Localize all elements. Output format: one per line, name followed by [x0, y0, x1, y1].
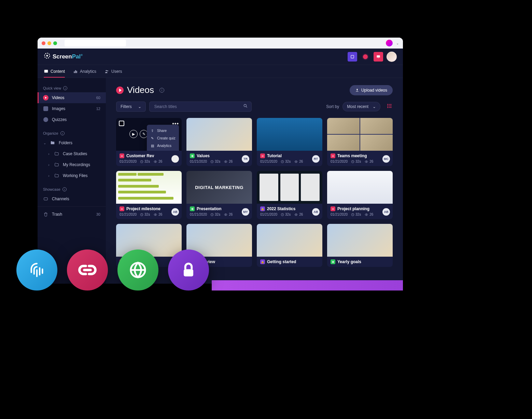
capture-icon[interactable] — [348, 52, 357, 62]
svg-rect-6 — [75, 70, 76, 73]
svg-rect-10 — [44, 198, 48, 200]
info-icon[interactable]: i — [159, 88, 164, 93]
sidebar-folder-my-recordings[interactable]: › My Recordings — [38, 159, 106, 170]
video-card[interactable]: 🔒2022 Statistics01/21/202032s26AB — [257, 171, 322, 219]
sidebar-folder-working-files[interactable]: › Working Files — [38, 170, 106, 181]
context-menu-item[interactable]: ▤Analytics — [147, 142, 179, 149]
video-thumbnail[interactable] — [257, 118, 322, 151]
video-thumbnail[interactable] — [116, 171, 182, 204]
card-meta: 01/21/202032s26 — [190, 213, 249, 216]
filters-label: Filters — [121, 104, 132, 109]
browser-profile-avatar[interactable] — [386, 40, 393, 46]
search-input[interactable] — [153, 102, 243, 111]
sidebar-item-folders[interactable]: ⌄ Folders — [38, 137, 106, 148]
owner-avatar: AB — [382, 208, 390, 216]
menu-item-icon: ⇪ — [150, 129, 154, 133]
filters-dropdown[interactable]: Filters ⌄ — [116, 102, 146, 112]
video-card[interactable]: ∞Teams meeting01/21/202032s26MC — [327, 118, 393, 166]
card-date: 01/21/2020 — [331, 213, 348, 216]
svg-rect-13 — [389, 104, 392, 105]
svg-point-23 — [296, 161, 297, 162]
window-max-dot[interactable] — [53, 41, 57, 45]
video-thumbnail[interactable] — [186, 118, 252, 151]
card-duration: 32s — [351, 160, 361, 163]
sidebar-item-images[interactable]: Images 12 — [38, 103, 106, 114]
video-thumbnail[interactable] — [257, 224, 322, 257]
context-menu: ⇪Share✎Create quiz▤Analytics▣MoveⓘInfo🗑D… — [147, 125, 179, 151]
svg-rect-3 — [377, 55, 380, 57]
menu-item-label: Create quiz — [157, 136, 176, 140]
sidebar-item-videos[interactable]: Videos 60 — [38, 92, 106, 103]
card-title-row: ∞Project milestone — [120, 206, 178, 211]
sidebar-item-trash[interactable]: Trash 30 — [38, 209, 106, 220]
video-card[interactable]: ⊕Yearly goals — [327, 224, 393, 267]
card-title: Getting started — [267, 259, 296, 264]
video-card[interactable]: 🔒Getting started — [257, 224, 322, 267]
video-thumbnail[interactable]: •••▶✎🗐↗⇪Share✎Create quiz▤Analytics▣Move… — [116, 118, 182, 151]
content-icon — [44, 69, 48, 74]
video-card[interactable]: ⊕Values01/21/202032s26TR — [186, 118, 252, 166]
user-avatar[interactable] — [387, 52, 397, 62]
card-title: Customer Rev — [126, 153, 154, 158]
decorative-bar — [212, 280, 403, 290]
card-body: 🔒Getting started — [257, 257, 322, 267]
sidebar-folder-case-studies[interactable]: › Case Studies — [38, 148, 106, 159]
info-icon[interactable]: i — [62, 187, 67, 191]
context-menu-item[interactable]: ✎Create quiz — [147, 134, 179, 142]
privacy-badge: ⊕ — [190, 153, 195, 158]
sidebar-item-channels[interactable]: Channels — [38, 193, 106, 204]
video-card[interactable]: ∞Project planning01/21/202032s26AB — [327, 171, 393, 219]
card-title: Values — [197, 153, 210, 158]
card-title-row: ⊕Values — [190, 153, 249, 158]
context-menu-item[interactable]: ▣Move — [147, 149, 179, 151]
video-thumbnail[interactable] — [327, 171, 393, 204]
card-title-row: 🔒Getting started — [260, 259, 319, 264]
card-checkbox[interactable] — [119, 121, 124, 126]
video-thumbnail[interactable] — [257, 171, 322, 204]
card-meta: 01/21/202032s26 — [190, 160, 249, 163]
card-date: 01/21/2020 — [260, 160, 277, 163]
sidebar-item-label: Case Studies — [63, 151, 87, 156]
chevron-down-icon[interactable]: ⌄ — [396, 41, 399, 45]
chevron-right-icon: › — [47, 152, 51, 156]
video-thumbnail[interactable] — [327, 224, 393, 257]
window-min-dot[interactable] — [47, 41, 51, 45]
card-date: 01/21/2020 — [260, 213, 277, 216]
sort-dropdown[interactable]: Most recent ⌄ — [342, 102, 380, 111]
video-thumbnail[interactable]: DIGITAL MARKETING — [186, 171, 252, 204]
search-icon[interactable] — [243, 104, 248, 110]
present-icon[interactable] — [374, 52, 383, 62]
record-button[interactable] — [361, 52, 370, 62]
url-bar[interactable] — [65, 40, 126, 46]
card-title-row: ⊕Yearly goals — [331, 259, 389, 264]
info-icon[interactable]: i — [63, 86, 67, 90]
tab-content[interactable]: Content — [44, 66, 65, 77]
card-meta: 01/21/202032s26 — [260, 160, 319, 163]
video-card[interactable]: ∞Tutorial01/21/202032s26RT — [257, 118, 322, 166]
video-thumbnail[interactable] — [327, 118, 393, 151]
svg-rect-4 — [44, 70, 48, 72]
card-meta: 01/21/202032s26 — [331, 160, 389, 163]
privacy-badge: 🔒 — [260, 206, 265, 211]
owner-avatar: TR — [242, 155, 249, 163]
tab-analytics[interactable]: Analytics — [73, 66, 96, 77]
info-icon[interactable]: i — [60, 131, 65, 135]
browser-window: ⌄ ScreenPal® — [38, 38, 403, 284]
video-card[interactable]: ∞Project milestone01/21/202032s26AB — [116, 171, 182, 219]
list-view-toggle[interactable] — [387, 103, 393, 111]
upload-videos-button[interactable]: Upload videos — [350, 85, 393, 95]
svg-point-21 — [225, 161, 226, 162]
context-menu-item[interactable]: ⇪Share — [147, 127, 179, 134]
sidebar-item-quizzes[interactable]: Quizzes — [38, 114, 106, 125]
tab-users[interactable]: Users — [104, 66, 122, 77]
quick-action[interactable]: ▶ — [129, 130, 138, 138]
chevron-down-icon: ⌄ — [373, 104, 376, 109]
logo[interactable]: ScreenPal® — [44, 52, 83, 61]
video-card[interactable]: •••▶✎🗐↗⇪Share✎Create quiz▤Analytics▣Move… — [116, 118, 182, 166]
window-close-dot[interactable] — [42, 41, 45, 45]
card-views: 26 — [364, 160, 373, 163]
sidebar-item-label: Channels — [52, 197, 69, 201]
tab-label: Analytics — [80, 69, 96, 74]
card-views: 26 — [224, 160, 233, 163]
video-card[interactable]: DIGITAL MARKETING⊕Presentation01/21/2020… — [186, 171, 252, 219]
